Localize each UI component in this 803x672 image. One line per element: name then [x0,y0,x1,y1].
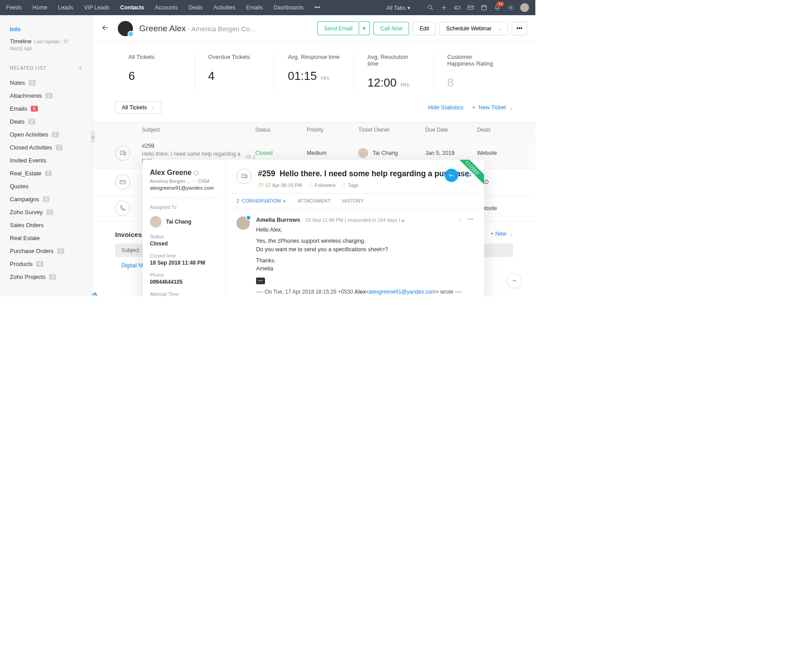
tab-attachment[interactable]: ATTACHMENT [298,194,331,208]
nav-feeds[interactable]: Feeds [6,4,22,11]
stat-cell: Customer Happiness Rating8 [434,54,513,90]
stat-cell: Avg. Response time01:15 Hrs [274,54,354,90]
chat-icon [115,145,130,161]
nav-emails[interactable]: Emails [246,4,263,11]
scroll-top-button[interactable] [507,273,522,288]
sidebar-item[interactable]: Notes9 [10,76,83,89]
nav-accounts[interactable]: Accounts [155,4,178,11]
mail-icon[interactable] [467,4,475,12]
sidebar-item[interactable]: Zoho Survey1 [10,206,83,219]
sidebar-tab-info[interactable]: Info [10,23,83,35]
tags-link[interactable]: Tags [342,183,358,188]
all-tabs-dropdown[interactable]: All Tabs ▾ [386,4,410,11]
call-now-button[interactable]: Call Now [373,22,409,35]
sidebar-item[interactable]: Attachments3 [10,89,83,102]
games-icon[interactable] [453,4,461,12]
sidebar-item[interactable]: Zoho Projects3 [10,270,83,283]
overdue-icon: ⏱! 17 Apr 06:15 PM [258,183,302,188]
phone-icon [115,201,130,216]
svg-rect-5 [246,155,250,158]
sidebar-item[interactable]: Real_Estate1 [10,167,83,180]
avatar-badge: 5 [128,31,134,37]
popup-contact-name: Alex Greene [150,169,218,177]
quoted-header: ---- On Tue, 17 Apr 2018 18:15:26 +0530 … [256,289,473,295]
handshake-icon [192,179,197,184]
sidebar-item[interactable]: Real Estate [10,232,83,245]
svg-rect-2 [468,6,473,9]
sidebar-tab-timeline[interactable]: TimelineLast Update : 37 day(s) ago [10,35,83,54]
send-email-dropdown[interactable]: ▾ [359,21,370,35]
back-arrow-icon[interactable] [101,23,110,34]
ticket-number: #259 [142,143,255,149]
settings-icon[interactable] [507,4,515,12]
stat-cell: All Tickets6 [115,54,195,90]
nav-vipleads[interactable]: VIP Leads [84,4,109,11]
sidebar-item[interactable]: Emails6 [10,102,83,115]
sidebar-item[interactable]: Products4 [10,257,83,270]
sidebar-item[interactable]: Invited Events [10,154,83,167]
edit-button[interactable]: Edit [413,22,436,35]
stat-cell: Overdue Tickets4 [195,54,275,90]
nav-activities[interactable]: Activities [213,4,235,11]
message: ••• Amelia Burrows 18 Sep 11:48 PM ( res… [236,216,473,296]
user-avatar[interactable] [520,3,529,12]
send-email-button[interactable]: Send Email [317,21,359,35]
chat-icon [236,169,252,184]
expand-quote-icon[interactable]: ••• [256,278,265,284]
sidebar-item[interactable]: Sales Orders [10,219,83,232]
sidebar-item[interactable]: Campaigns4 [10,193,83,206]
schedule-webinar-button[interactable]: Schedule Webinar⌄ [439,22,508,35]
ticket-priority: Medium [307,150,359,156]
popup-company: America Bergen ...CRM [150,178,218,184]
message-count-icon: 2 [246,154,256,160]
related-list-header: RELATED LIST+ [10,64,83,72]
add-related-icon[interactable]: + [78,64,83,72]
svg-point-0 [428,5,432,9]
sidebar-item[interactable]: Closed Activities1 [10,141,83,154]
nav-dashboards[interactable]: Dashboards [273,4,303,11]
comment-button[interactable] [462,169,475,182]
reply-button[interactable] [445,169,458,182]
sidebar: Info TimelineLast Update : 37 day(s) ago… [0,15,93,296]
owner-avatar [358,148,368,158]
notif-badge: 13 [497,2,504,6]
nav-deals[interactable]: Deals [189,4,203,11]
tab-conversation[interactable]: 2 CONVERSATION▼ [236,194,286,208]
sidebar-item[interactable]: Purchase Orders1 [10,245,83,257]
svg-point-8 [309,184,312,187]
sent-time: 18 Sep 11:48 PM ( responded in 154 days … [305,217,400,223]
message-actions[interactable]: ••• [457,216,473,223]
sidebar-item[interactable]: Deals2 [10,115,83,128]
assigned-to: Tai Chang [150,216,218,228]
ticket-deals: Website [477,150,513,156]
svg-point-4 [510,7,512,8]
nav-leads[interactable]: Leads [58,4,73,11]
mail-icon [115,174,130,190]
svg-rect-3 [482,5,487,10]
followers-link[interactable]: Followers [308,183,335,188]
tab-history[interactable]: HISTORY [342,194,364,208]
ticket-filter-dropdown[interactable]: All Tickets⌄ [115,101,161,114]
search-icon[interactable] [426,4,435,12]
top-nav: Feeds Home Leads VIP Leads Contacts Acco… [0,0,535,15]
more-actions-button[interactable]: ••• [512,22,527,35]
new-invoice-link[interactable]: + New ⌄ [490,231,513,237]
svg-rect-6 [120,180,125,184]
nav-home[interactable]: Home [33,4,47,11]
sidebar-item[interactable]: Open Activities1 [10,128,83,141]
hide-statistics-link[interactable]: Hide Statistics [428,104,463,111]
calendar-icon[interactable] [480,4,488,12]
sidebar-collapse-handle[interactable]: ◂ [91,131,95,143]
stats-row: All Tickets6Overdue Tickets4Avg. Respons… [93,42,535,100]
sender-avatar [236,216,250,230]
new-ticket-link[interactable]: + New Ticket⌄ [472,104,513,111]
nav-more[interactable]: ••• [315,4,320,11]
sidebar-item[interactable]: Quotes [10,180,83,193]
globe-icon [194,171,199,175]
contact-avatar: 5 [118,21,133,36]
more-icon: ••• [468,216,473,223]
popup-field: Phone09944644105 [150,272,218,285]
add-icon[interactable] [440,4,448,12]
nav-contacts[interactable]: Contacts [120,4,144,11]
notifications-icon[interactable]: 13 [493,4,501,12]
